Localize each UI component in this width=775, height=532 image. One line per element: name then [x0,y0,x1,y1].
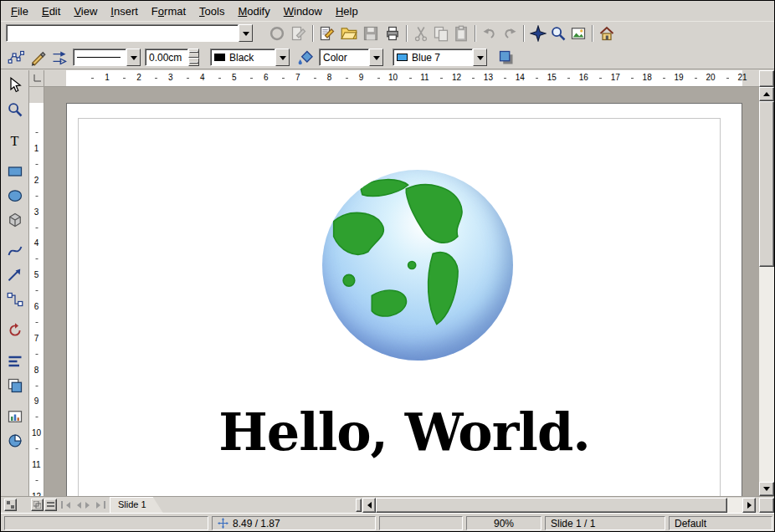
menu-view[interactable]: View [67,3,104,20]
scrollbar-corner-button[interactable] [759,498,774,513]
url-dropdown-button[interactable] [239,24,253,42]
grid-icon [7,501,14,509]
zoom-tool[interactable] [4,99,26,120]
line-width-up-button[interactable] [188,49,199,58]
ellipse-tool[interactable] [4,185,26,207]
zoom-button[interactable] [548,23,568,43]
new-button[interactable] [317,23,337,43]
edit-file-button[interactable] [289,23,309,43]
scrollbar-filler-button[interactable] [759,70,774,87]
curve-tool[interactable] [4,240,26,262]
redo-button[interactable] [500,23,520,43]
line-width-field[interactable]: 0.00cm [145,49,188,66]
select-tool[interactable] [4,74,26,96]
h-ruler-number: 6 [264,73,269,82]
arrange-tool[interactable] [4,375,26,396]
h-ruler-number: 16 [579,73,588,82]
chevron-right-icon [96,502,104,509]
effects-tool[interactable] [4,430,26,452]
line-width-value: 0.00cm [149,52,182,64]
first-slide-button[interactable] [59,499,71,511]
paste-button[interactable] [451,23,471,43]
globe-image[interactable] [322,170,513,361]
save-button[interactable] [361,23,381,43]
vertical-scrollbar[interactable] [759,70,774,496]
menu-insert[interactable]: Insert [104,3,145,20]
horizontal-scrollbar[interactable] [362,498,756,513]
fill-style-field[interactable]: Color [319,49,369,66]
chevron-right-icon [747,502,755,509]
horizontal-scrollbar-thumb[interactable] [376,498,727,513]
v-ruler-number: 7 [34,333,39,342]
pane-splitter[interactable] [356,499,362,512]
menu-format[interactable]: Format [145,3,192,20]
home-button[interactable] [597,23,617,43]
gallery-button[interactable] [568,23,588,43]
page-style-field[interactable]: Default [669,516,772,530]
line-style-combo [73,49,141,66]
scroll-up-button[interactable] [759,87,774,101]
menu-modify[interactable]: Modify [231,3,276,20]
fill-color-field[interactable]: Blue 7 [393,49,473,66]
drawing-toolbar: T [1,70,29,496]
shadow-button[interactable] [496,48,516,68]
open-button[interactable] [339,23,359,43]
line-style-field[interactable] [73,49,126,66]
layer-mode-button[interactable] [44,499,57,511]
h-ruler-number: 18 [643,73,652,82]
lines-arrows-tool[interactable] [4,264,26,286]
chevron-up-icon [763,89,770,96]
print-button[interactable] [382,23,403,43]
slide-page[interactable]: Hello, World. [66,103,742,496]
menu-file[interactable]: File [4,3,35,20]
rotate-tool[interactable] [4,320,26,341]
undo-button[interactable] [480,23,500,43]
fill-style-dropdown-button[interactable] [369,49,383,66]
connector-tool[interactable] [4,289,26,310]
stop-button[interactable] [267,23,287,43]
cursor-position-value: 8.49 / 1.87 [233,518,280,529]
next-slide-button[interactable] [83,499,95,511]
fill-bucket-button[interactable] [295,48,316,68]
line-style-dropdown-button[interactable] [126,49,141,66]
home-icon [598,25,615,42]
menu-tools[interactable]: Tools [192,3,231,20]
edit-points-button[interactable] [6,48,26,68]
last-icon [104,501,105,509]
line-width-down-button[interactable] [188,58,199,67]
slide-title-text[interactable]: Hello, World. [67,402,742,463]
drawing-canvas[interactable]: Hello, World. [44,87,759,496]
chevron-down-icon [131,56,137,64]
navigator-button[interactable] [528,23,548,43]
layer-view-button[interactable] [4,499,17,511]
previous-slide-button[interactable] [71,499,83,511]
status-empty-field [379,516,463,530]
3d-objects-tool[interactable] [4,209,26,231]
ruler-origin-button[interactable] [29,70,44,87]
fill-color-dropdown-button[interactable] [473,49,487,66]
menu-edit[interactable]: Edit [35,3,67,20]
cut-button[interactable] [411,23,431,43]
zoom-field[interactable]: 90% [466,516,541,530]
copy-button[interactable] [431,23,451,43]
vertical-scrollbar-thumb[interactable] [759,101,774,267]
url-input[interactable] [6,24,239,42]
slide-tab[interactable]: Slide 1 [110,497,163,513]
menu-help[interactable]: Help [329,3,365,20]
scroll-right-button[interactable] [742,498,756,513]
line-dialog-button[interactable] [28,48,48,68]
alignment-tool[interactable] [4,350,26,372]
text-tool[interactable]: T [4,130,26,151]
arrow-style-button[interactable] [49,48,69,68]
menu-window[interactable]: Window [277,3,329,20]
insert-tool[interactable] [4,406,26,427]
toolbar-separator [592,25,593,42]
last-slide-button[interactable] [95,499,106,511]
rectangle-tool[interactable] [4,161,26,182]
line-color-field[interactable]: Black [210,49,275,66]
scroll-down-button[interactable] [759,482,774,496]
line-color-dropdown-button[interactable] [275,49,290,66]
navigator-icon [530,25,547,42]
scroll-left-button[interactable] [362,498,376,513]
master-view-button[interactable] [31,499,44,511]
